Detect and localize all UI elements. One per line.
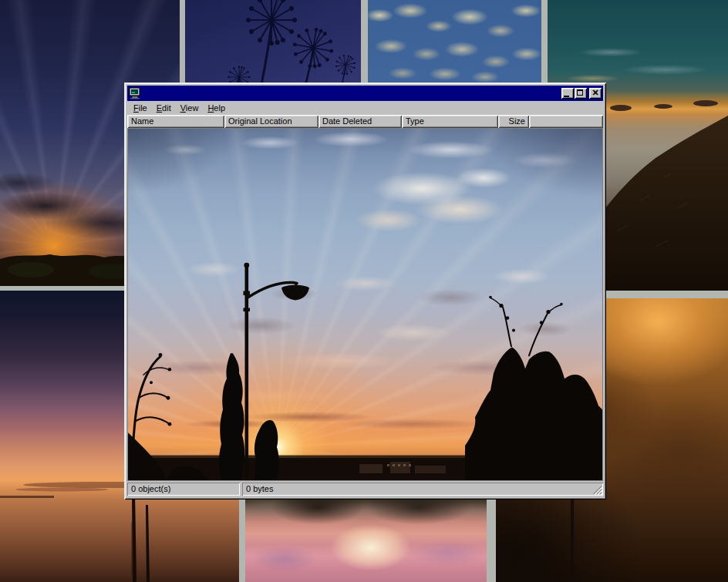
menu-edit[interactable]: Edit — [152, 103, 176, 113]
minimize-icon — [564, 96, 569, 97]
close-icon: ✕ — [589, 87, 602, 98]
close-button[interactable]: ✕ — [589, 88, 602, 99]
maximize-icon — [577, 89, 583, 96]
menu-bar: File Edit View Help — [127, 101, 603, 115]
file-list-viewport[interactable] — [127, 128, 603, 481]
desktop: { "window": { "title": "", "menu": { "it… — [0, 0, 728, 582]
folder-background-sunset-photo — [128, 129, 602, 480]
column-header-size[interactable]: Size — [498, 115, 529, 128]
recycle-bin-window: ✕ File Edit View Help Name Original Loca… — [124, 82, 606, 500]
column-header-name[interactable]: Name — [127, 115, 224, 128]
computer-icon — [129, 87, 141, 99]
small-tree-clump — [254, 420, 279, 480]
maximize-button[interactable] — [575, 88, 587, 99]
column-header-row: Name Original Location Date Deleted Type… — [127, 115, 603, 128]
title-bar[interactable]: ✕ — [127, 86, 603, 101]
right-trees-silhouette — [465, 347, 602, 480]
resize-grip-icon[interactable] — [592, 485, 602, 495]
cypress-silhouette — [219, 353, 244, 480]
status-byte-count: 0 bytes — [242, 483, 603, 496]
column-header-filler[interactable] — [529, 115, 603, 128]
column-header-original-location[interactable]: Original Location — [224, 115, 318, 128]
status-object-count: 0 object(s) — [127, 483, 240, 496]
menu-help[interactable]: Help — [203, 103, 230, 113]
menu-file[interactable]: File — [129, 103, 152, 113]
column-header-date-deleted[interactable]: Date Deleted — [318, 115, 402, 128]
right-trees-leaf-dots — [489, 296, 563, 332]
column-header-type[interactable]: Type — [402, 115, 498, 128]
status-bytes-text: 0 bytes — [246, 484, 273, 493]
status-bar: 0 object(s) 0 bytes — [127, 483, 603, 496]
menu-view[interactable]: View — [176, 103, 204, 113]
sunset-silhouettes — [128, 129, 602, 480]
minimize-button[interactable] — [561, 88, 574, 99]
